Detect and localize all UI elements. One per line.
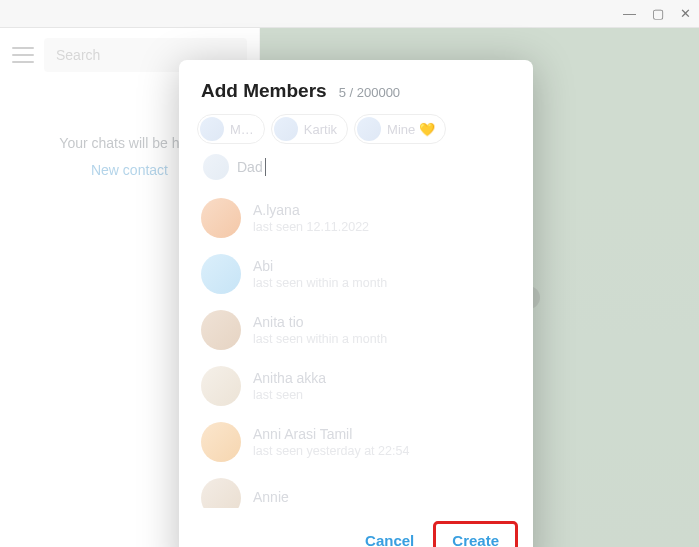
- cancel-button[interactable]: Cancel: [349, 524, 430, 547]
- contact-name: Annie: [253, 489, 289, 505]
- contact-name: Anitha akka: [253, 370, 326, 386]
- window-maximize-icon[interactable]: ▢: [652, 7, 664, 20]
- contact-status: last seen yesterday at 22:54: [253, 444, 409, 458]
- contact-name: A.lyana: [253, 202, 369, 218]
- selected-members: M… Kartik Mine 💛 Dad: [179, 108, 533, 186]
- avatar: [201, 478, 241, 508]
- contacts-list: A.lyana last seen 12.11.2022 Abi last se…: [179, 186, 525, 508]
- contacts-scroll[interactable]: A.lyana last seen 12.11.2022 Abi last se…: [197, 190, 525, 508]
- member-search-input[interactable]: Dad: [197, 150, 272, 184]
- avatar: [201, 422, 241, 462]
- avatar: [201, 198, 241, 238]
- member-chip[interactable]: Kartik: [271, 114, 348, 144]
- contact-row[interactable]: Annie: [197, 470, 515, 508]
- contact-name: Anni Arasi Tamil: [253, 426, 409, 442]
- avatar: [203, 154, 229, 180]
- avatar: [200, 117, 224, 141]
- contact-status: last seen: [253, 388, 326, 402]
- contact-status: last seen within a month: [253, 276, 387, 290]
- contact-row[interactable]: Anni Arasi Tamil last seen yesterday at …: [197, 414, 515, 470]
- chip-label: Mine 💛: [387, 122, 435, 137]
- avatar: [357, 117, 381, 141]
- avatar: [201, 310, 241, 350]
- member-chip[interactable]: Mine 💛: [354, 114, 446, 144]
- member-chip[interactable]: M…: [197, 114, 265, 144]
- modal-title: Add Members: [201, 80, 327, 102]
- contact-name: Anita tio: [253, 314, 387, 330]
- text-caret: [265, 158, 266, 176]
- member-count: 5 / 200000: [339, 85, 400, 100]
- contact-row[interactable]: Anitha akka last seen: [197, 358, 515, 414]
- window-close-icon[interactable]: ✕: [680, 7, 691, 20]
- contact-row[interactable]: A.lyana last seen 12.11.2022: [197, 190, 515, 246]
- window-titlebar: — ▢ ✕: [0, 0, 699, 28]
- create-button[interactable]: Create: [436, 524, 515, 547]
- contact-status: last seen 12.11.2022: [253, 220, 369, 234]
- add-members-modal: Add Members 5 / 200000 M… Kartik Mine 💛 …: [179, 60, 533, 547]
- avatar: [201, 366, 241, 406]
- chip-label: Kartik: [304, 122, 337, 137]
- window-minimize-icon[interactable]: —: [623, 7, 636, 20]
- contact-row[interactable]: Anita tio last seen within a month: [197, 302, 515, 358]
- chip-label: M…: [230, 122, 254, 137]
- contact-name: Abi: [253, 258, 387, 274]
- avatar: [274, 117, 298, 141]
- contact-status: last seen within a month: [253, 332, 387, 346]
- contact-row[interactable]: Abi last seen within a month: [197, 246, 515, 302]
- avatar: [201, 254, 241, 294]
